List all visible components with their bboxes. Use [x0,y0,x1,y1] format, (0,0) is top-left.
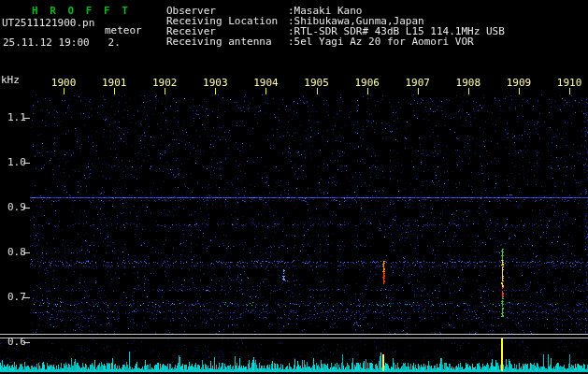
file-name-label: UT2511121900.pn [2,18,94,28]
time-tick-label: 1909 [507,78,532,88]
freq-tick-label: 1.1 [7,112,26,122]
spectrogram-canvas [0,0,588,374]
time-tick-label: 1903 [203,78,228,88]
hrofft-window: H R O F F T UT2511121900.pn meteor 25.11… [0,0,588,374]
time-tick-label: 1906 [354,78,380,88]
freq-tick-label: 0.8 [7,247,26,257]
freq-tick-label: 0.7 [7,292,26,302]
datetime-label: 25.11.12 19:00 2. [3,37,121,48]
freq-tick-label: 0.6 [7,337,26,347]
info-value-antenna: :5el Yagi Az 20 for Aomori VOR [288,36,474,47]
time-tick-label: 1900 [51,78,77,88]
freq-tick-label: 1.0 [7,157,26,167]
info-label-antenna: Receiving antenna [166,36,272,47]
time-tick-label: 1905 [304,78,329,88]
time-tick-label: 1902 [152,78,178,88]
freq-unit-label: kHz [1,75,20,85]
time-tick-label: 1908 [456,78,481,88]
mode-label: meteor [105,25,142,36]
app-title: H R O F F T [32,6,131,16]
freq-tick-label: 0.9 [7,202,26,212]
time-tick-label: 1907 [406,78,431,88]
time-tick-label: 1910 [557,78,582,88]
time-tick-label: 1904 [253,78,279,88]
time-tick-label: 1901 [102,78,127,88]
